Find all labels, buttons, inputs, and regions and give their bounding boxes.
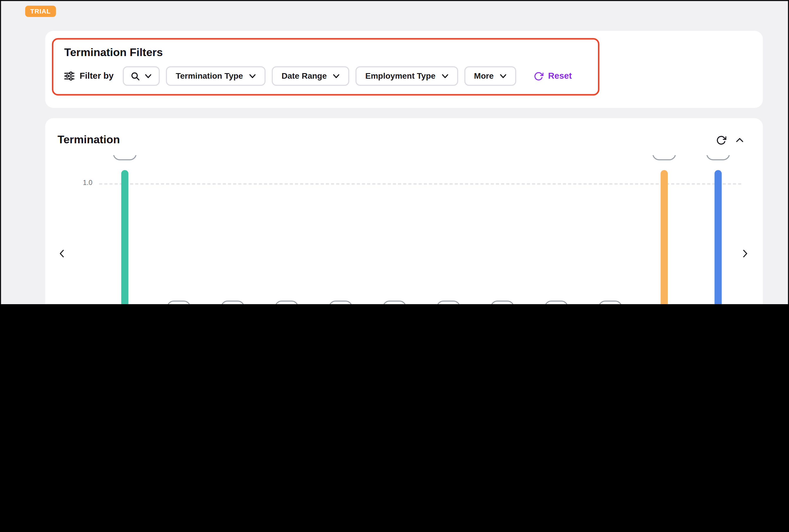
filter-by-group: Filter by <box>64 71 114 81</box>
value-badge: 0.0 <box>437 301 461 304</box>
dropdown-label: Termination Type <box>176 71 243 81</box>
search-icon <box>131 72 140 80</box>
reset-label: Reset <box>548 71 572 81</box>
dropdown-label: Date Range <box>282 71 327 81</box>
filters-title: Termination Filters <box>64 46 598 59</box>
chart-refresh-icon[interactable] <box>716 135 727 146</box>
value-badge: 0.0 <box>383 301 406 304</box>
filter-sliders-icon <box>64 71 75 81</box>
value-badge-clipped <box>113 155 137 160</box>
termination-chart-card: Termination 1.0 0.0 Jan 2023Feb 202 <box>45 118 763 304</box>
dashboard-page: TRIAL Termination Filters Filter by <box>0 0 789 304</box>
reset-filters-button[interactable]: Reset <box>531 71 575 82</box>
chevron-down-icon <box>442 74 448 78</box>
value-badge: 0.0 <box>275 301 299 304</box>
trial-badge: TRIAL <box>25 5 56 17</box>
dropdown-label: More <box>474 71 494 81</box>
value-badge: 0.0 <box>490 301 514 304</box>
chart-collapse-icon[interactable] <box>734 135 746 146</box>
filter-dropdowns: Termination TypeDate RangeEmployment Typ… <box>123 66 516 86</box>
filter-dropdown-employment-type[interactable]: Employment Type <box>355 66 458 86</box>
value-badge: 0.0 <box>544 301 568 304</box>
chevron-down-icon <box>249 74 256 78</box>
y-axis-tick-1: 1.0 <box>61 179 93 186</box>
chevron-down-icon <box>500 74 507 78</box>
filter-dropdown-termination-type[interactable]: Termination Type <box>166 66 265 86</box>
filter-dropdown-more[interactable]: More <box>464 66 516 86</box>
app-viewport: TRIAL Termination Filters Filter by <box>0 0 789 304</box>
value-badge-clipped <box>706 155 730 160</box>
termination-filters-card: Termination Filters Filter by <box>45 31 763 108</box>
filter-row: Filter by Termination TypeDate RangeEm <box>64 66 598 86</box>
value-badge-clipped <box>653 155 676 160</box>
chart-plot: 1.0 0.0 Jan 2023Feb 20230.0Mar 20230.0Ap… <box>45 155 763 304</box>
bar-termination[interactable] <box>714 170 722 304</box>
filter-dropdown-date-range[interactable]: Date Range <box>272 66 349 86</box>
bar-resignation[interactable] <box>661 170 668 304</box>
value-badge: 0.0 <box>221 301 245 304</box>
chevron-down-icon <box>333 74 340 78</box>
dropdown-label: Employment Type <box>365 71 435 81</box>
value-badge: 0.0 <box>329 301 352 304</box>
chart-card-title: Termination <box>58 134 120 147</box>
chevron-down-icon <box>145 74 152 78</box>
filter-by-label: Filter by <box>80 71 114 81</box>
value-badge: 0.0 <box>167 301 191 304</box>
bar-voluntary-cessation[interactable] <box>121 170 129 304</box>
gridline-1 <box>99 184 742 185</box>
filter-search-dropdown[interactable] <box>123 66 160 86</box>
value-badge: 0.0 <box>598 301 622 304</box>
chart-card-actions <box>716 135 746 146</box>
filters-highlight-outline: Termination Filters Filter by <box>52 38 600 96</box>
reset-icon <box>534 71 543 81</box>
